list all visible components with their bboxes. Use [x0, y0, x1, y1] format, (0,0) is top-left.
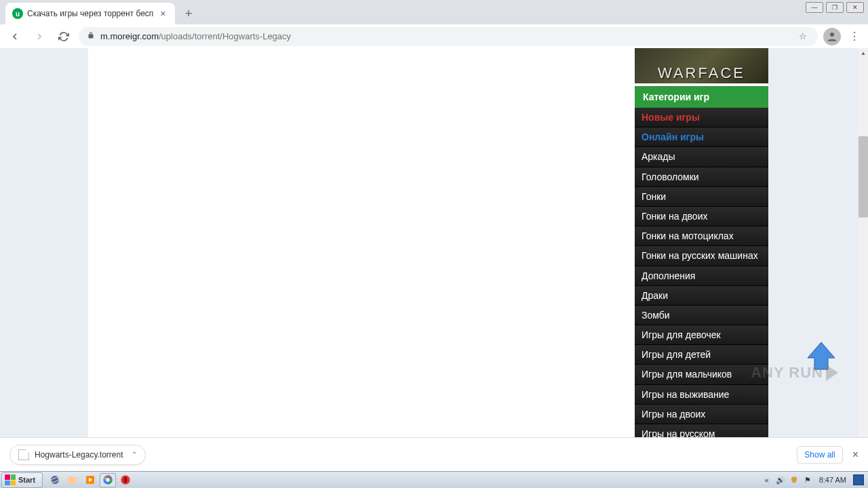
- taskbar: Start « 🔊 ⚑ 8:47 AM: [0, 471, 868, 488]
- tab-favicon-icon: u: [12, 8, 23, 19]
- chrome-menu-icon[interactable]: ⋮: [846, 30, 863, 43]
- show-all-downloads-button[interactable]: Show all: [797, 446, 842, 464]
- chevron-up-icon[interactable]: ⌃: [132, 451, 137, 458]
- chrome-taskbar-icon[interactable]: [100, 473, 116, 487]
- opera-icon[interactable]: [117, 473, 134, 487]
- svg-rect-5: [68, 476, 72, 479]
- show-desktop-icon[interactable]: [853, 474, 864, 485]
- media-player-icon[interactable]: [82, 473, 98, 487]
- svg-point-11: [123, 476, 127, 483]
- category-item[interactable]: Головоломки: [635, 167, 768, 187]
- maximize-button[interactable]: ❐: [826, 2, 844, 13]
- new-tab-button[interactable]: +: [179, 4, 198, 23]
- forward-button[interactable]: [30, 27, 49, 46]
- browser-toolbar: m.moreigr.com/uploads/torrent/Hogwarts-L…: [0, 24, 868, 48]
- category-item[interactable]: Гонки на мотоциклах: [635, 226, 768, 246]
- start-label: Start: [18, 476, 35, 484]
- close-download-bar-icon[interactable]: ×: [852, 449, 859, 461]
- clock[interactable]: 8:47 AM: [819, 476, 846, 484]
- category-item[interactable]: Игры на русском: [635, 424, 768, 437]
- file-icon: [18, 449, 29, 460]
- scrollbar-thumb[interactable]: [859, 136, 868, 218]
- category-item[interactable]: Игры на выживание: [635, 385, 768, 405]
- flag-icon[interactable]: ⚑: [803, 475, 812, 485]
- ie-icon[interactable]: [47, 473, 63, 487]
- address-bar[interactable]: m.moreigr.com/uploads/torrent/Hogwarts-L…: [79, 27, 818, 46]
- category-item[interactable]: Гонки на двоих: [635, 207, 768, 226]
- bookmark-star-icon[interactable]: ☆: [796, 31, 810, 41]
- svg-marker-1: [808, 342, 835, 369]
- category-item[interactable]: Гонки на русских машинах: [635, 246, 768, 266]
- close-window-button[interactable]: ✕: [846, 2, 864, 13]
- shield-icon[interactable]: [789, 475, 799, 485]
- categories-list: Новые игрыОнлайн игрыАркадыГоловоломкиГо…: [635, 108, 768, 437]
- browser-tab[interactable]: u Скачать игры через торрент бесп ×: [5, 3, 175, 24]
- download-bar: Hogwarts-Legacy.torrent ⌃ Show all ×: [0, 437, 868, 471]
- tray-expand-icon[interactable]: «: [762, 475, 772, 485]
- sidebar-banner[interactable]: WARFACE: [635, 48, 768, 83]
- volume-icon[interactable]: 🔊: [776, 475, 785, 485]
- category-item[interactable]: Игры для девочек: [635, 325, 768, 345]
- svg-point-0: [830, 33, 834, 37]
- scroll-up-icon[interactable]: ▲: [859, 48, 868, 58]
- tab-title: Скачать игры через торрент бесп: [27, 9, 153, 18]
- category-item[interactable]: Гонки: [635, 187, 768, 207]
- download-filename: Hogwarts-Legacy.torrent: [35, 450, 123, 460]
- category-item[interactable]: Драки: [635, 286, 768, 306]
- category-item[interactable]: Игры для мальчиков: [635, 365, 768, 384]
- profile-avatar-icon[interactable]: [823, 28, 841, 45]
- sidebar: WARFACE Категории игр Новые игрыОнлайн и…: [635, 48, 768, 437]
- category-item[interactable]: Игры для детей: [635, 345, 768, 365]
- minimize-button[interactable]: —: [806, 2, 823, 13]
- download-item[interactable]: Hogwarts-Legacy.torrent ⌃: [9, 445, 146, 465]
- category-item[interactable]: Зомби: [635, 306, 768, 325]
- back-to-top-button[interactable]: [804, 339, 838, 373]
- svg-rect-4: [68, 477, 77, 483]
- window-controls: — ❐ ✕: [806, 2, 864, 13]
- explorer-icon[interactable]: [64, 473, 81, 487]
- back-button[interactable]: [5, 27, 24, 46]
- scrollbar[interactable]: ▲: [859, 48, 868, 437]
- windows-logo-icon: [5, 474, 16, 485]
- category-item[interactable]: Онлайн игры: [635, 127, 768, 147]
- category-item[interactable]: Игры на двоих: [635, 405, 768, 424]
- content-viewport: WARFACE Категории игр Новые игрыОнлайн и…: [0, 48, 859, 437]
- category-item[interactable]: Дополнения: [635, 266, 768, 286]
- category-item[interactable]: Новые игры: [635, 108, 768, 127]
- page-body: WARFACE Категории игр Новые игрыОнлайн и…: [88, 48, 768, 437]
- quick-launch: [47, 473, 134, 487]
- close-tab-icon[interactable]: ×: [157, 8, 168, 19]
- system-tray: « 🔊 ⚑ 8:47 AM: [758, 474, 868, 485]
- reload-button[interactable]: [54, 27, 73, 46]
- categories-header: Категории игр: [635, 86, 768, 108]
- category-item[interactable]: Аркады: [635, 147, 768, 167]
- svg-point-2: [51, 476, 59, 484]
- start-button[interactable]: Start: [1, 472, 43, 488]
- tab-strip: u Скачать игры через торрент бесп × + — …: [0, 0, 868, 24]
- lock-icon: [87, 31, 95, 41]
- browser-chrome: u Скачать игры через торрент бесп × + — …: [0, 0, 868, 48]
- url-text: m.moreigr.com/uploads/torrent/Hogwarts-L…: [100, 31, 291, 41]
